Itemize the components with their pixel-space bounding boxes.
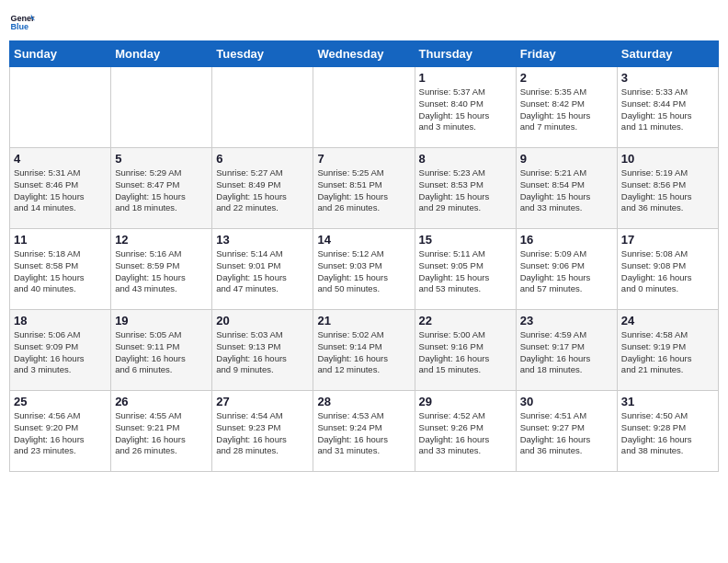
day-number: 20 xyxy=(216,314,309,327)
day-info: Sunrise: 5:27 AM Sunset: 8:49 PM Dayligh… xyxy=(216,167,309,214)
day-number: 21 xyxy=(317,314,410,327)
logo-icon: General Blue xyxy=(9,9,35,35)
day-info: Sunrise: 5:23 AM Sunset: 8:53 PM Dayligh… xyxy=(419,167,512,214)
day-info: Sunrise: 5:12 AM Sunset: 9:03 PM Dayligh… xyxy=(317,248,410,295)
calendar-cell xyxy=(313,67,415,148)
day-number: 2 xyxy=(520,71,613,85)
day-number: 12 xyxy=(115,233,208,247)
day-number: 14 xyxy=(317,233,410,247)
calendar-cell: 15Sunrise: 5:11 AM Sunset: 9:05 PM Dayli… xyxy=(415,229,516,310)
day-info: Sunrise: 5:19 AM Sunset: 8:56 PM Dayligh… xyxy=(621,167,714,214)
calendar-cell: 30Sunrise: 4:51 AM Sunset: 9:27 PM Dayli… xyxy=(516,391,617,472)
calendar-cell: 18Sunrise: 5:06 AM Sunset: 9:09 PM Dayli… xyxy=(10,310,111,391)
calendar-cell: 19Sunrise: 5:05 AM Sunset: 9:11 PM Dayli… xyxy=(111,310,212,391)
day-number: 27 xyxy=(216,395,309,408)
day-info: Sunrise: 5:00 AM Sunset: 9:16 PM Dayligh… xyxy=(419,329,512,376)
day-number: 11 xyxy=(14,233,107,247)
calendar-cell: 27Sunrise: 4:54 AM Sunset: 9:23 PM Dayli… xyxy=(212,391,313,472)
calendar-cell: 13Sunrise: 5:14 AM Sunset: 9:01 PM Dayli… xyxy=(212,229,313,310)
day-info: Sunrise: 4:54 AM Sunset: 9:23 PM Dayligh… xyxy=(216,410,309,457)
day-number: 15 xyxy=(419,233,512,247)
calendar-cell: 8Sunrise: 5:23 AM Sunset: 8:53 PM Daylig… xyxy=(415,148,516,229)
day-number: 8 xyxy=(419,152,512,166)
calendar-header: SundayMondayTuesdayWednesdayThursdayFrid… xyxy=(10,41,719,67)
calendar-cell: 24Sunrise: 4:58 AM Sunset: 9:19 PM Dayli… xyxy=(617,310,718,391)
header-day-friday: Friday xyxy=(516,41,617,67)
day-number: 3 xyxy=(621,71,714,85)
day-number: 16 xyxy=(520,233,613,247)
day-number: 29 xyxy=(419,395,512,408)
day-info: Sunrise: 5:21 AM Sunset: 8:54 PM Dayligh… xyxy=(520,167,613,214)
calendar-cell: 28Sunrise: 4:53 AM Sunset: 9:24 PM Dayli… xyxy=(313,391,415,472)
svg-text:Blue: Blue xyxy=(10,22,28,31)
calendar-cell: 7Sunrise: 5:25 AM Sunset: 8:51 PM Daylig… xyxy=(313,148,415,229)
day-info: Sunrise: 5:37 AM Sunset: 8:40 PM Dayligh… xyxy=(419,86,512,133)
calendar-cell xyxy=(111,67,212,148)
day-number: 22 xyxy=(419,314,512,327)
day-info: Sunrise: 4:58 AM Sunset: 9:19 PM Dayligh… xyxy=(621,329,714,376)
calendar-cell: 22Sunrise: 5:00 AM Sunset: 9:16 PM Dayli… xyxy=(415,310,516,391)
page-header: General Blue xyxy=(9,9,719,35)
calendar-cell: 29Sunrise: 4:52 AM Sunset: 9:26 PM Dayli… xyxy=(415,391,516,472)
day-info: Sunrise: 5:31 AM Sunset: 8:46 PM Dayligh… xyxy=(14,167,107,214)
week-row-5: 25Sunrise: 4:56 AM Sunset: 9:20 PM Dayli… xyxy=(10,391,719,472)
day-number: 28 xyxy=(317,395,410,408)
week-row-2: 4Sunrise: 5:31 AM Sunset: 8:46 PM Daylig… xyxy=(10,148,719,229)
day-info: Sunrise: 5:33 AM Sunset: 8:44 PM Dayligh… xyxy=(621,86,714,133)
calendar-cell: 23Sunrise: 4:59 AM Sunset: 9:17 PM Dayli… xyxy=(516,310,617,391)
header-day-monday: Monday xyxy=(111,41,212,67)
calendar-cell: 5Sunrise: 5:29 AM Sunset: 8:47 PM Daylig… xyxy=(111,148,212,229)
calendar-cell: 12Sunrise: 5:16 AM Sunset: 8:59 PM Dayli… xyxy=(111,229,212,310)
day-info: Sunrise: 4:52 AM Sunset: 9:26 PM Dayligh… xyxy=(419,410,512,457)
calendar-cell: 20Sunrise: 5:03 AM Sunset: 9:13 PM Dayli… xyxy=(212,310,313,391)
calendar-cell: 1Sunrise: 5:37 AM Sunset: 8:40 PM Daylig… xyxy=(415,67,516,148)
day-number: 4 xyxy=(14,152,107,166)
day-number: 5 xyxy=(115,152,208,166)
header-day-thursday: Thursday xyxy=(415,41,516,67)
day-number: 1 xyxy=(419,71,512,85)
day-info: Sunrise: 5:02 AM Sunset: 9:14 PM Dayligh… xyxy=(317,329,410,376)
calendar-cell xyxy=(212,67,313,148)
day-info: Sunrise: 5:09 AM Sunset: 9:06 PM Dayligh… xyxy=(520,248,613,295)
day-number: 23 xyxy=(520,314,613,327)
header-row: SundayMondayTuesdayWednesdayThursdayFrid… xyxy=(10,41,719,67)
day-info: Sunrise: 4:51 AM Sunset: 9:27 PM Dayligh… xyxy=(520,410,613,457)
day-info: Sunrise: 5:25 AM Sunset: 8:51 PM Dayligh… xyxy=(317,167,410,214)
day-info: Sunrise: 4:50 AM Sunset: 9:28 PM Dayligh… xyxy=(621,410,714,457)
header-day-tuesday: Tuesday xyxy=(212,41,313,67)
calendar-cell: 4Sunrise: 5:31 AM Sunset: 8:46 PM Daylig… xyxy=(10,148,111,229)
day-number: 31 xyxy=(621,395,714,408)
day-info: Sunrise: 5:03 AM Sunset: 9:13 PM Dayligh… xyxy=(216,329,309,376)
day-number: 17 xyxy=(621,233,714,247)
week-row-4: 18Sunrise: 5:06 AM Sunset: 9:09 PM Dayli… xyxy=(10,310,719,391)
calendar-cell: 9Sunrise: 5:21 AM Sunset: 8:54 PM Daylig… xyxy=(516,148,617,229)
header-day-wednesday: Wednesday xyxy=(313,41,415,67)
day-number: 18 xyxy=(14,314,107,327)
day-info: Sunrise: 5:08 AM Sunset: 9:08 PM Dayligh… xyxy=(621,248,714,295)
calendar-cell: 2Sunrise: 5:35 AM Sunset: 8:42 PM Daylig… xyxy=(516,67,617,148)
day-info: Sunrise: 5:16 AM Sunset: 8:59 PM Dayligh… xyxy=(115,248,208,295)
calendar-body: 1Sunrise: 5:37 AM Sunset: 8:40 PM Daylig… xyxy=(10,67,719,472)
calendar-cell: 31Sunrise: 4:50 AM Sunset: 9:28 PM Dayli… xyxy=(617,391,718,472)
header-day-sunday: Sunday xyxy=(10,41,111,67)
day-number: 19 xyxy=(115,314,208,327)
day-info: Sunrise: 4:55 AM Sunset: 9:21 PM Dayligh… xyxy=(115,410,208,457)
calendar-cell: 11Sunrise: 5:18 AM Sunset: 8:58 PM Dayli… xyxy=(10,229,111,310)
calendar-cell: 3Sunrise: 5:33 AM Sunset: 8:44 PM Daylig… xyxy=(617,67,718,148)
day-info: Sunrise: 4:56 AM Sunset: 9:20 PM Dayligh… xyxy=(14,410,107,457)
day-info: Sunrise: 5:11 AM Sunset: 9:05 PM Dayligh… xyxy=(419,248,512,295)
logo: General Blue xyxy=(9,9,39,35)
day-info: Sunrise: 5:18 AM Sunset: 8:58 PM Dayligh… xyxy=(14,248,107,295)
day-info: Sunrise: 5:29 AM Sunset: 8:47 PM Dayligh… xyxy=(115,167,208,214)
day-info: Sunrise: 5:05 AM Sunset: 9:11 PM Dayligh… xyxy=(115,329,208,376)
day-number: 26 xyxy=(115,395,208,408)
calendar-cell: 10Sunrise: 5:19 AM Sunset: 8:56 PM Dayli… xyxy=(617,148,718,229)
week-row-3: 11Sunrise: 5:18 AM Sunset: 8:58 PM Dayli… xyxy=(10,229,719,310)
day-info: Sunrise: 4:59 AM Sunset: 9:17 PM Dayligh… xyxy=(520,329,613,376)
day-number: 30 xyxy=(520,395,613,408)
day-number: 25 xyxy=(14,395,107,408)
day-number: 9 xyxy=(520,152,613,166)
day-number: 24 xyxy=(621,314,714,327)
calendar-cell xyxy=(10,67,111,148)
header-day-saturday: Saturday xyxy=(617,41,718,67)
